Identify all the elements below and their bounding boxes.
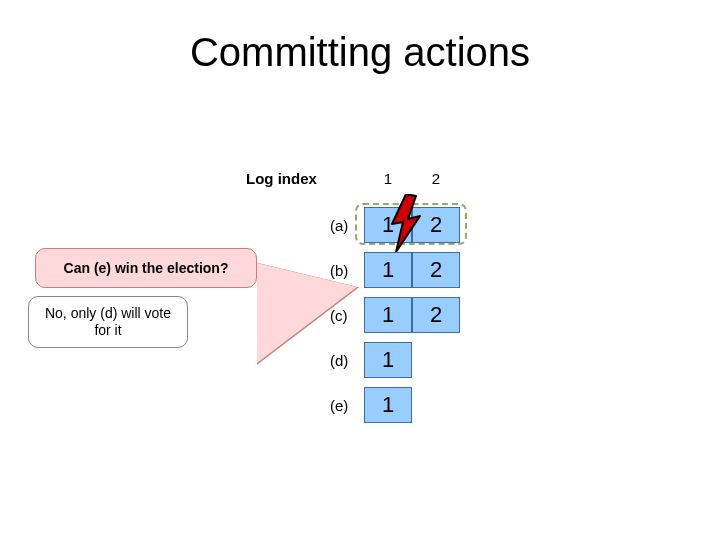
log-index-label: Log index [246, 170, 317, 187]
cell-d-1: 1 [364, 342, 412, 378]
slide-title: Committing actions [0, 30, 720, 75]
svg-marker-0 [392, 194, 420, 252]
cell-b-2: 2 [412, 252, 460, 288]
row-label-a: (a) [330, 217, 348, 234]
question-callout-tail [257, 263, 357, 377]
answer-callout: No, only (d) will vote for it [28, 296, 188, 348]
cell-e-1: 1 [364, 387, 412, 423]
row-label-e: (e) [330, 397, 348, 414]
cell-b-1: 1 [364, 252, 412, 288]
column-header-1: 1 [364, 170, 412, 187]
column-header-2: 2 [412, 170, 460, 187]
cell-c-1: 1 [364, 297, 412, 333]
question-callout: Can (e) win the election? [35, 248, 257, 288]
cell-c-2: 2 [412, 297, 460, 333]
lightning-icon [388, 194, 424, 252]
